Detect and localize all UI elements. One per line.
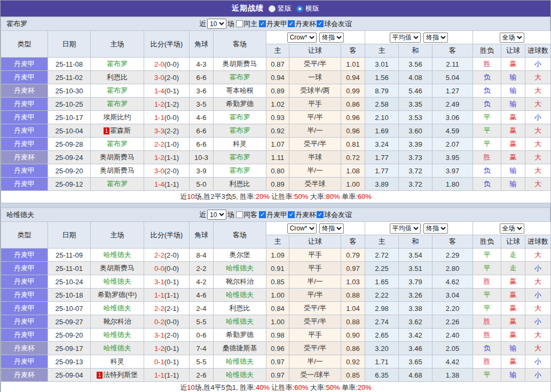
corner-cell: 8-4	[190, 249, 214, 262]
home-team-cell: 霍布罗	[91, 58, 144, 71]
league-cell: 丹麦甲	[1, 124, 48, 138]
avg-away-cell: 4.59	[432, 124, 473, 138]
result-cell: 负	[473, 71, 501, 84]
odds-time-select[interactable]: 终指	[319, 33, 344, 43]
home-team-cell: 霍布罗	[91, 98, 144, 111]
layout-option-vertical[interactable]: 竖版	[269, 4, 292, 13]
subcol-handicap: 让球	[289, 44, 341, 58]
avg-time-select[interactable]: 终指	[423, 33, 448, 43]
layout-option-vertical-label: 竖版	[278, 4, 292, 13]
goals-cell: 大	[525, 302, 551, 315]
result-cell: 平	[473, 138, 501, 151]
avg-time-select[interactable]: 终指	[423, 223, 448, 234]
radio-icon-vertical[interactable]	[269, 5, 276, 12]
avg-draw-cell: 3.73	[399, 151, 432, 164]
checkbox-icon[interactable]: ✓	[259, 211, 266, 218]
avg-draw-cell: 3.79	[399, 275, 432, 289]
away-team-cell: 奥尔堡	[214, 249, 266, 262]
subcol-avg-draw: 和	[399, 235, 432, 249]
checkbox-icon[interactable]: ✓	[288, 211, 295, 218]
match-count-select[interactable]: 10	[207, 210, 226, 220]
score-cell: 1-4(0-1)	[144, 84, 190, 98]
avg-draw-cell: 4.68	[399, 369, 432, 382]
away-team-cell: 利恩比	[214, 178, 266, 191]
odds-home-cell: 0.80	[266, 164, 289, 178]
goals-cell: 大	[525, 98, 551, 111]
league-filter[interactable]: ✓丹麦甲	[258, 19, 287, 29]
avg-away-cell: 3.04	[432, 289, 473, 302]
odds-away-cell: 1.08	[341, 164, 365, 178]
layout-option-horizontal[interactable]: 横版	[296, 4, 319, 13]
odds-group-header: Crow* 终指	[266, 222, 365, 235]
col-header-away: 客场	[214, 222, 266, 249]
league-cell: 丹麦甲	[1, 98, 48, 111]
home-team-cell: 利恩比	[91, 71, 144, 84]
result-cell: 负	[473, 178, 501, 191]
league-filter[interactable]: ✓丹麦甲	[258, 210, 287, 220]
avg-draw-cell: 3.38	[399, 302, 432, 315]
odds-away-cell: 0.90	[341, 329, 365, 342]
league-filter[interactable]: ✓丹麦杯	[287, 19, 316, 29]
handicap-result-cell: 输	[501, 164, 525, 178]
league-cell: 丹麦甲	[1, 111, 48, 124]
games-label: 场	[227, 210, 234, 220]
odds-home-cell: 0.89	[266, 178, 289, 191]
checkbox-icon[interactable]: ✓	[317, 20, 324, 27]
radio-icon-horizontal[interactable]	[296, 5, 303, 12]
avg-group-header: 平均值 终指	[365, 31, 473, 44]
same-venue-filter[interactable]: 同客	[235, 210, 257, 220]
avg-odds-select[interactable]: 平均值	[390, 33, 421, 43]
col-header-score: 比分(半场)	[144, 222, 190, 249]
checkbox-icon[interactable]	[236, 20, 243, 27]
odds-provider-select[interactable]: Crow*	[287, 223, 317, 234]
date-cell: 25-09-12	[48, 178, 91, 191]
handicap-result-cell: 赢	[501, 138, 525, 151]
filter-bar: 霍布罗 近 10 场 同主 ✓丹麦甲✓丹麦杯✓球会友谊	[1, 17, 550, 30]
away-team-cell: 哈维德夫	[214, 289, 266, 302]
date-cell: 25-11-01	[48, 262, 91, 275]
home-team-cell: 埃斯比约	[91, 111, 144, 124]
avg-odds-select[interactable]: 平均值	[390, 223, 421, 234]
same-venue-filter[interactable]: 同主	[235, 19, 257, 29]
checkbox-icon[interactable]: ✓	[288, 20, 295, 27]
league-filter[interactable]: ✓丹麦杯	[287, 210, 316, 220]
home-team-cell: 霍布罗	[91, 138, 144, 151]
goals-cell: 大	[525, 84, 551, 98]
subcol-odds-away: 客	[341, 44, 365, 58]
col-header-type: 类型	[1, 222, 48, 249]
match-count-select[interactable]: 10	[207, 19, 226, 29]
result-cell: 负	[473, 342, 501, 355]
date-cell: 25-10-04	[48, 124, 91, 138]
corner-cell: 6-6	[190, 138, 214, 151]
avg-home-cell: 2.74	[365, 315, 399, 329]
date-cell: 25-10-24	[48, 275, 91, 289]
checkbox-icon[interactable]	[236, 211, 243, 218]
table-row: 丹麦杯 25-09-24 奥胡斯费马 1-2(1-1) 10-3 霍布罗 1.1…	[1, 151, 551, 164]
scope-select[interactable]: 全场	[500, 223, 524, 234]
avg-away-cell: 2.49	[432, 98, 473, 111]
corner-cell: 6-6	[190, 124, 214, 138]
checkbox-icon[interactable]: ✓	[259, 20, 266, 27]
home-team-cell: 希勤罗德(中)	[91, 289, 144, 302]
table-row: 丹麦甲 25-11-08 霍布罗 2-0(0-0) 4-3 奥胡斯费马 0.87…	[1, 58, 551, 71]
goals-cell: 小	[525, 111, 551, 124]
home-team-cell: 1霍森斯	[91, 124, 144, 138]
corner-cell: 2-4	[190, 302, 214, 315]
league-filter[interactable]: ✓球会友谊	[316, 210, 352, 220]
handicap-result-cell: 输	[501, 84, 525, 98]
avg-draw-cell: 3.46	[399, 342, 432, 355]
table-row: 丹麦甲 25-09-12 霍布罗 1-4(1-1) 5-0 利恩比 0.89 受…	[1, 178, 551, 191]
corner-cell: 4-6	[190, 111, 214, 124]
avg-home-cell: 3.24	[365, 138, 399, 151]
odds-home-cell: 1.11	[266, 151, 289, 164]
odds-home-cell: 0.92	[266, 124, 289, 138]
avg-home-cell: 2.98	[365, 302, 399, 315]
avg-away-cell: 2.20	[432, 302, 473, 315]
score-cell: 2-2(2-0)	[144, 249, 190, 262]
checkbox-icon[interactable]: ✓	[317, 211, 324, 218]
scope-select[interactable]: 全场	[500, 33, 524, 43]
handicap-cell: 平手	[289, 329, 341, 342]
odds-provider-select[interactable]: Crow*	[287, 33, 317, 43]
league-filter[interactable]: ✓球会友谊	[316, 19, 352, 29]
odds-time-select[interactable]: 终指	[319, 223, 344, 234]
